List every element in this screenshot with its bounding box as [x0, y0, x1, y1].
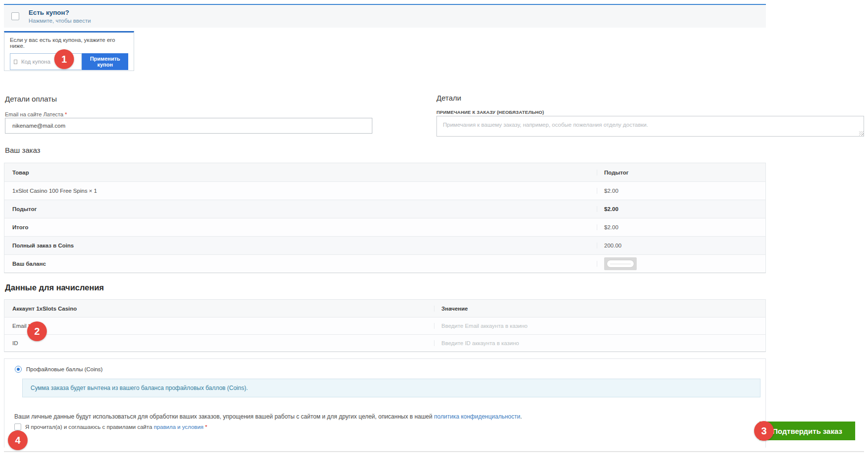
coupon-prompt: Если у вас есть код купона, укажите его …: [10, 37, 128, 49]
order-row-balance: Ваш баланс: [4, 254, 765, 273]
redacted-balance-pill: [604, 257, 637, 270]
coupon-banner[interactable]: Есть купон? Нажмите, чтобы ввести: [4, 4, 766, 28]
terms-checkbox[interactable]: [14, 423, 21, 430]
terms-link[interactable]: правила и условия: [154, 424, 204, 430]
order-row-total: Итого $2.00: [4, 218, 765, 236]
payment-method-radio[interactable]: [15, 366, 22, 373]
order-row-coins: Полный заказ в Coins 200.00: [4, 236, 765, 254]
privacy-notice: Ваши личные данные будут использоваться …: [14, 413, 522, 420]
accrual-table-header: Аккаунт 1xSlots Casino Значение: [4, 300, 765, 317]
apply-coupon-button[interactable]: Применить купон: [82, 53, 128, 70]
order-note-textarea[interactable]: [436, 116, 864, 137]
coupon-banner-checkbox[interactable]: [11, 12, 19, 20]
order-table: Товар Подытог 1xSlot Casino 100 Free Spi…: [4, 163, 766, 273]
details-heading: Детали: [436, 94, 461, 102]
billing-email-label: Email на сайте Латеста *: [5, 111, 67, 117]
required-asterisk: *: [65, 111, 67, 117]
accrual-row-id: ID: [4, 334, 765, 352]
payment-method-row[interactable]: Профайловые баллы (Coins): [15, 366, 765, 373]
order-col-subtotal: Подытог: [597, 170, 765, 176]
accrual-table: Аккаунт 1xSlots Casino Значение Email * …: [4, 299, 766, 352]
page-bottom-divider: [4, 451, 864, 452]
billing-email-input[interactable]: [5, 118, 372, 134]
billing-heading: Детали оплаты: [5, 95, 57, 103]
accrual-col-account: Аккаунт 1xSlots Casino: [4, 306, 434, 312]
confirm-order-button[interactable]: Подтвердить заказ: [760, 422, 855, 440]
order-row-item: 1xSlot Casino 100 Free Spins × 1 $2.00: [4, 181, 765, 200]
payment-section: Профайловые баллы (Coins) Сумма заказа б…: [4, 358, 766, 448]
order-table-header: Товар Подытог: [4, 163, 765, 181]
required-asterisk: *: [205, 424, 207, 430]
annotation-badge-4: 4: [8, 430, 28, 450]
order-heading: Ваш заказ: [5, 146, 40, 154]
terms-row: Я прочитал(а) и соглашаюсь с правилами с…: [14, 423, 207, 430]
accrual-row-email: Email *: [4, 317, 765, 334]
coupon-banner-title: Есть купон?: [29, 9, 91, 16]
order-row-subtotal: Подытог $2.00: [4, 200, 765, 218]
payment-method-label: Профайловые баллы (Coins): [26, 366, 103, 372]
resize-handle-icon[interactable]: [859, 131, 864, 136]
casino-email-input[interactable]: [441, 323, 649, 329]
accrual-heading: Данные для начисления: [5, 283, 104, 292]
annotation-badge-3: 3: [754, 421, 774, 441]
annotation-badge-2: 2: [27, 321, 47, 341]
coupon-banner-toggle-link[interactable]: Нажмите, чтобы ввести: [29, 18, 91, 24]
privacy-policy-link[interactable]: политика конфиденциальности: [434, 413, 520, 420]
accrual-col-value: Значение: [434, 306, 765, 312]
order-col-product: Товар: [4, 170, 597, 176]
square-glyph-icon: [14, 60, 17, 64]
annotation-badge-1: 1: [54, 49, 74, 69]
casino-id-input[interactable]: [441, 340, 649, 346]
order-note-label: ПРИМЕЧАНИЕ К ЗАКАЗУ (НЕОБЯЗАТЕЛЬНО): [436, 109, 544, 115]
payment-info-box: Сумма заказа будет вычтена из вашего бал…: [22, 379, 760, 397]
